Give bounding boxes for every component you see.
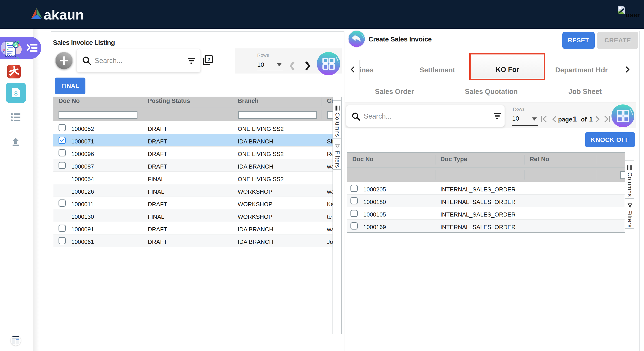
svg-text:2: 2 xyxy=(208,57,210,62)
svg-text:$: $ xyxy=(14,90,18,97)
svg-text:$: $ xyxy=(14,42,17,48)
